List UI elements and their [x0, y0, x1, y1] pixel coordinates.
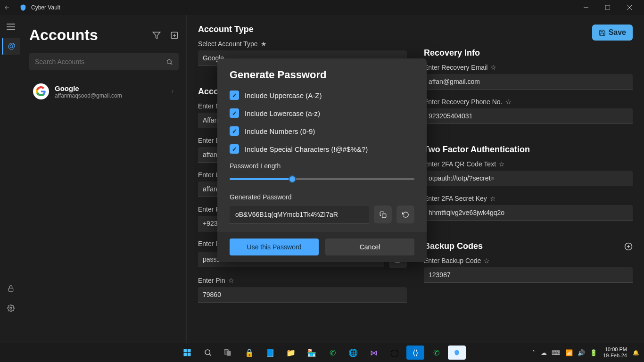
- tray-onedrive-icon[interactable]: ☁: [541, 349, 547, 356]
- modal-backdrop: Generate Password ✓Include Uppercase (A-…: [0, 15, 644, 343]
- copy-button[interactable]: [374, 206, 392, 223]
- tray-wifi-icon[interactable]: 📶: [565, 349, 573, 356]
- label-password-length: Password Length: [230, 162, 414, 170]
- start-button[interactable]: [178, 346, 196, 360]
- tray-notifications-icon[interactable]: 🔔: [633, 350, 639, 356]
- length-slider[interactable]: [230, 174, 414, 184]
- tray-volume-icon[interactable]: 🔊: [578, 349, 585, 356]
- app-icon: [19, 3, 27, 12]
- svg-rect-17: [382, 214, 386, 217]
- taskbar-github[interactable]: ◯: [386, 346, 404, 360]
- taskbar-vs[interactable]: ⋈: [365, 346, 383, 360]
- modal-title: Generate Password: [230, 69, 414, 81]
- task-view[interactable]: [220, 346, 238, 360]
- use-password-button[interactable]: Use this Password: [230, 239, 319, 255]
- checkbox-uppercase[interactable]: ✓: [230, 90, 239, 100]
- taskbar: 🔒 📘 📁 🏪 ✆ 🌐 ⋈ ◯ ⟨⟩ ✆ ˄ ☁ ⌨ 📶 🔊 🔋 10:00 P…: [0, 343, 644, 362]
- checkbox-lowercase[interactable]: ✓: [230, 108, 239, 118]
- checkbox-special[interactable]: ✓: [230, 144, 239, 154]
- svg-rect-25: [227, 351, 231, 356]
- taskbar-app-1[interactable]: 🔒: [240, 346, 258, 360]
- svg-rect-18: [184, 349, 187, 353]
- svg-rect-20: [184, 353, 187, 356]
- taskbar-explorer[interactable]: 📁: [282, 346, 300, 360]
- back-button[interactable]: [4, 4, 15, 11]
- taskbar-whatsapp[interactable]: ✆: [323, 346, 341, 360]
- checkbox-numbers[interactable]: ✓: [230, 126, 239, 136]
- label-numbers: Include Numbers (0-9): [245, 127, 315, 135]
- app-title: Cyber Vault: [31, 4, 60, 11]
- generate-password-dialog: Generate Password ✓Include Uppercase (A-…: [217, 58, 427, 262]
- clock-time: 10:00 PM: [603, 346, 627, 353]
- close-button[interactable]: [619, 0, 640, 15]
- taskbar-app-2[interactable]: 📘: [261, 346, 279, 360]
- cancel-button[interactable]: Cancel: [325, 239, 414, 255]
- label-uppercase: Include Uppercase (A-Z): [245, 91, 322, 99]
- taskbar-chrome[interactable]: 🌐: [344, 346, 362, 360]
- minimize-button[interactable]: [575, 0, 597, 15]
- svg-rect-19: [188, 349, 191, 353]
- regenerate-button[interactable]: [396, 206, 414, 223]
- tray-battery-icon[interactable]: 🔋: [590, 349, 597, 356]
- svg-point-22: [205, 350, 210, 355]
- svg-rect-21: [188, 353, 191, 356]
- label-lowercase: Include Lowercase (a-z): [245, 109, 320, 117]
- titlebar: Cyber Vault: [0, 0, 644, 15]
- taskbar-cybervault[interactable]: [448, 346, 466, 360]
- svg-line-23: [209, 354, 211, 355]
- maximize-button[interactable]: [597, 0, 619, 15]
- taskbar-search[interactable]: [199, 346, 217, 360]
- taskbar-clock[interactable]: 10:00 PM 19-Feb-24: [603, 346, 627, 359]
- label-generated: Generated Password: [230, 193, 414, 201]
- taskbar-vscode[interactable]: ⟨⟩: [406, 346, 424, 360]
- label-special: Include Special Characters (!@#$%&?): [245, 145, 368, 153]
- tray-keyboard-icon[interactable]: ⌨: [552, 349, 561, 356]
- clock-date: 19-Feb-24: [603, 353, 627, 359]
- taskbar-whatsapp2[interactable]: ✆: [427, 346, 445, 360]
- tray-chevron[interactable]: ˄: [532, 350, 535, 356]
- taskbar-store[interactable]: 🏪: [303, 346, 321, 360]
- generated-password-field[interactable]: [230, 206, 369, 223]
- svg-rect-1: [605, 5, 610, 10]
